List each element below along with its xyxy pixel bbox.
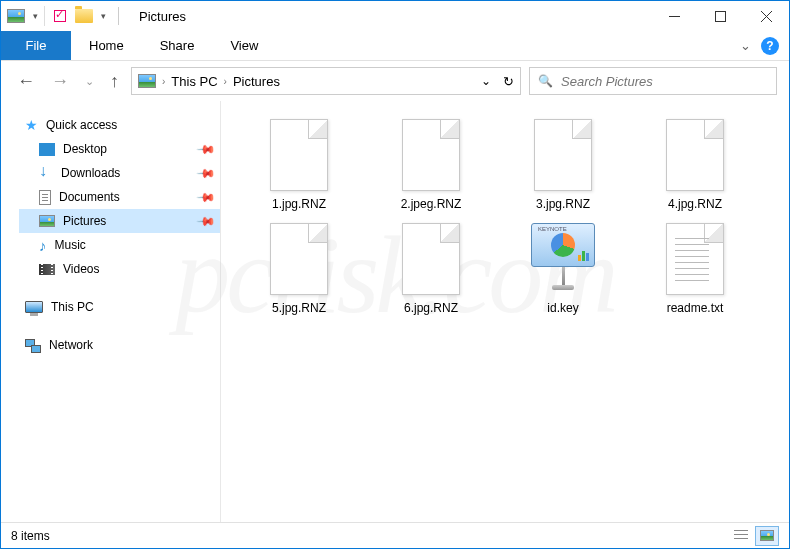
qat-properties-icon[interactable]: [51, 7, 69, 25]
sidebar-item-desktop[interactable]: Desktop📌: [19, 137, 220, 161]
file-name: 2.jpeg.RNZ: [401, 197, 462, 211]
chevron-right-icon[interactable]: ›: [162, 76, 165, 87]
file-item[interactable]: 5.jpg.RNZ: [249, 223, 349, 315]
maximize-button[interactable]: [697, 1, 743, 31]
file-name: id.key: [547, 301, 578, 315]
sidebar-label: Documents: [59, 190, 120, 204]
ribbon: File Home Share View ⌄ ?: [1, 31, 789, 61]
file-pane[interactable]: 1.jpg.RNZ2.jpeg.RNZ3.jpg.RNZ4.jpg.RNZ5.j…: [221, 101, 789, 522]
nav-tree: ★ Quick access Desktop📌 Downloads📌 Docum…: [1, 101, 221, 522]
thumbnails-icon: [760, 530, 774, 541]
file-item[interactable]: 2.jpeg.RNZ: [381, 119, 481, 211]
search-input[interactable]: [561, 74, 768, 89]
details-icon: [734, 530, 748, 542]
file-name: 6.jpg.RNZ: [404, 301, 458, 315]
window-title: Pictures: [139, 9, 186, 24]
sidebar-item-downloads[interactable]: Downloads📌: [19, 161, 220, 185]
file-item[interactable]: 4.jpg.RNZ: [645, 119, 745, 211]
pin-icon: 📌: [196, 163, 217, 184]
file-name: 5.jpg.RNZ: [272, 301, 326, 315]
pin-icon: 📌: [196, 211, 217, 232]
network-icon: [25, 339, 41, 351]
file-icon: [270, 223, 328, 295]
desktop-icon: [39, 143, 55, 156]
pictures-icon: [39, 215, 55, 227]
sidebar-label: Desktop: [63, 142, 107, 156]
close-button[interactable]: [743, 1, 789, 31]
tab-home[interactable]: Home: [71, 31, 142, 60]
refresh-button[interactable]: ↻: [503, 74, 514, 89]
file-name: 3.jpg.RNZ: [536, 197, 590, 211]
nav-bar: ← → ⌄ ↑ › This PC › Pictures ⌄ ↻ 🔍: [1, 61, 789, 101]
breadcrumb-root[interactable]: This PC: [171, 74, 217, 89]
videos-icon: [39, 264, 55, 275]
file-icon: [402, 119, 460, 191]
sidebar-this-pc[interactable]: This PC: [19, 295, 220, 319]
sidebar-item-pictures[interactable]: Pictures📌: [19, 209, 220, 233]
minimize-button[interactable]: [651, 1, 697, 31]
view-thumbnails-button[interactable]: [755, 526, 779, 546]
sidebar-item-documents[interactable]: Documents📌: [19, 185, 220, 209]
file-icon: [534, 119, 592, 191]
music-icon: ♪: [39, 237, 47, 254]
keynote-icon: KEYNOTE: [527, 223, 599, 295]
chevron-right-icon[interactable]: ›: [224, 76, 227, 87]
sidebar-label: This PC: [51, 300, 94, 314]
sidebar-label: Quick access: [46, 118, 117, 132]
view-details-button[interactable]: [729, 526, 753, 546]
breadcrumb-current[interactable]: Pictures: [233, 74, 280, 89]
sidebar-label: Network: [49, 338, 93, 352]
file-icon: [666, 119, 724, 191]
documents-icon: [39, 190, 51, 205]
file-item[interactable]: 1.jpg.RNZ: [249, 119, 349, 211]
sidebar-quick-access[interactable]: ★ Quick access: [19, 113, 220, 137]
file-tab[interactable]: File: [1, 31, 71, 60]
sidebar-label: Videos: [63, 262, 99, 276]
file-name: 4.jpg.RNZ: [668, 197, 722, 211]
sidebar-network[interactable]: Network: [19, 333, 220, 357]
ribbon-expand-icon[interactable]: ⌄: [740, 38, 751, 53]
recent-dropdown-icon[interactable]: ⌄: [81, 75, 98, 88]
file-item[interactable]: 3.jpg.RNZ: [513, 119, 613, 211]
app-dropdown-icon[interactable]: ▾: [33, 11, 38, 21]
help-icon[interactable]: ?: [761, 37, 779, 55]
qat-dropdown-icon[interactable]: ▾: [101, 11, 106, 21]
item-count: 8 items: [11, 529, 50, 543]
qat-newfolder-icon[interactable]: [75, 7, 93, 25]
svg-rect-1: [715, 11, 725, 21]
file-icon: [402, 223, 460, 295]
address-dropdown-icon[interactable]: ⌄: [481, 74, 491, 88]
search-box[interactable]: 🔍: [529, 67, 777, 95]
file-name: 1.jpg.RNZ: [272, 197, 326, 211]
sidebar-label: Downloads: [61, 166, 120, 180]
sidebar-item-videos[interactable]: Videos: [19, 257, 220, 281]
back-button[interactable]: ←: [13, 71, 39, 92]
title-bar: ▾ ▾ Pictures: [1, 1, 789, 31]
file-item[interactable]: readme.txt: [645, 223, 745, 315]
status-bar: 8 items: [1, 522, 789, 548]
address-bar[interactable]: › This PC › Pictures ⌄ ↻: [131, 67, 521, 95]
search-icon: 🔍: [538, 74, 553, 88]
tab-share[interactable]: Share: [142, 31, 213, 60]
location-icon: [138, 72, 156, 90]
pin-icon: 📌: [196, 187, 217, 208]
text-file-icon: [666, 223, 724, 295]
forward-button[interactable]: →: [47, 71, 73, 92]
sidebar-label: Music: [55, 238, 86, 252]
file-icon: [270, 119, 328, 191]
sidebar-label: Pictures: [63, 214, 106, 228]
sidebar-item-music[interactable]: ♪Music: [19, 233, 220, 257]
pin-icon: 📌: [196, 139, 217, 160]
file-item[interactable]: 6.jpg.RNZ: [381, 223, 481, 315]
star-icon: ★: [25, 117, 38, 133]
app-icon: [7, 7, 25, 25]
up-button[interactable]: ↑: [106, 71, 123, 92]
downloads-icon: [39, 166, 53, 180]
pc-icon: [25, 301, 43, 313]
tab-view[interactable]: View: [212, 31, 276, 60]
file-name: readme.txt: [667, 301, 724, 315]
file-item[interactable]: KEYNOTEid.key: [513, 223, 613, 315]
